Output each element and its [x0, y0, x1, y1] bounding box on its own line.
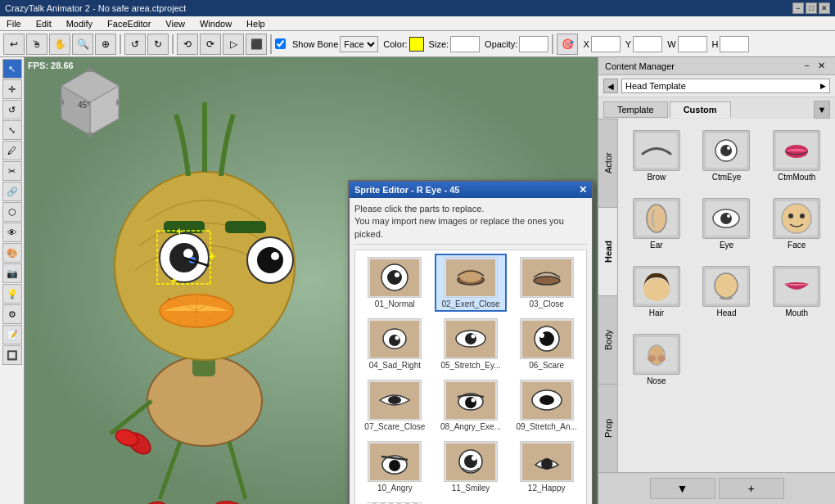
toolbar-btn-4[interactable]: 🔍 [72, 34, 93, 55]
sprite-item-01[interactable]: 01_Normal [359, 254, 431, 312]
cm-item-head[interactable]: Head [695, 261, 759, 322]
svg-point-47 [534, 277, 560, 285]
sprite-thumb-03 [520, 257, 574, 298]
sprite-item-12[interactable]: 12_Happy [510, 438, 583, 496]
tool-select[interactable]: ↖ [2, 59, 22, 79]
tool-scale[interactable]: ⤡ [2, 120, 22, 140]
color-picker[interactable] [409, 37, 424, 52]
sprite-item-09[interactable]: 09_Stretch_An... [510, 376, 583, 434]
tab-custom[interactable]: Custom [670, 101, 731, 118]
menu-modify[interactable]: Modify [63, 19, 96, 29]
cm-item-hair[interactable]: Hair [625, 261, 688, 322]
vtab-prop[interactable]: Prop [598, 384, 617, 472]
cm-item-ear[interactable]: Ear [625, 193, 688, 254]
showbone-label: Show Bone [292, 39, 338, 49]
toolbar-btn-3[interactable]: ✋ [49, 34, 70, 55]
menu-help[interactable]: Help [243, 19, 269, 29]
cm-vtabs: Actor Head Body Prop [598, 119, 618, 472]
toolbar-btn-7[interactable]: ↻ [147, 34, 169, 55]
cm-item-mouth[interactable]: Mouth [765, 261, 828, 322]
toolbar-btn-6[interactable]: ↺ [124, 34, 146, 55]
toolbar-btn-5[interactable]: ⊕ [95, 34, 116, 55]
cm-label-hair: Hair [649, 308, 664, 317]
sprite-item-06[interactable]: 06_Scare [510, 315, 583, 373]
tool-11[interactable]: 📷 [2, 263, 22, 283]
separator-4 [552, 34, 553, 54]
menu-view[interactable]: View [162, 19, 188, 29]
toolbar-btn-10[interactable]: ▷ [223, 34, 244, 55]
tool-15[interactable]: 🔲 [2, 345, 22, 365]
toolbar-mode-btn[interactable]: 🎯 [557, 34, 578, 55]
tab-template[interactable]: Template [603, 101, 668, 118]
sprite-item-07[interactable]: 07_Scare_Close [359, 376, 431, 434]
sprite-label-01: 01_Normal [375, 299, 415, 308]
cm-download-btn[interactable]: ▼ [650, 478, 715, 499]
toolbar-btn-8[interactable]: ⟲ [177, 34, 198, 55]
sprite-editor-close[interactable]: ✕ [579, 184, 587, 196]
tool-14[interactable]: 📝 [2, 325, 22, 344]
maximize-button[interactable]: □ [806, 2, 817, 14]
navigation-cube[interactable]: 45° [57, 65, 123, 139]
toolbar-btn-1[interactable]: ↩ [3, 34, 25, 55]
menu-file[interactable]: File [3, 19, 25, 29]
vtab-head[interactable]: Head [598, 207, 617, 295]
sprite-item-13[interactable] [359, 499, 431, 504]
svg-rect-78 [636, 133, 677, 168]
menu-faceeditor[interactable]: FaceEditor [104, 19, 154, 29]
tool-9[interactable]: 👁 [2, 223, 22, 242]
y-input[interactable]: 96.9 [633, 36, 662, 52]
tool-13[interactable]: ⚙ [2, 304, 22, 324]
sprite-item-08[interactable]: 08_Angry_Exe... [435, 376, 508, 434]
cm-add-btn[interactable]: + [719, 478, 784, 499]
cm-item-ctmeye[interactable]: CtmEye [695, 125, 759, 187]
title-bar: CrazyTalk Animator 2 - No safe area.ctpr… [0, 0, 835, 16]
tool-6[interactable]: ✂ [2, 161, 22, 181]
cm-minimize-btn[interactable]: − [801, 61, 813, 71]
tool-12[interactable]: 💡 [2, 284, 22, 304]
face-select[interactable]: Face [340, 36, 378, 52]
sprite-item-02[interactable]: 02_Exert_Close [435, 254, 508, 312]
cm-item-ctmmouth[interactable]: CtmMouth [765, 125, 828, 187]
cm-thumb-head [702, 266, 750, 307]
tool-10[interactable]: 🎨 [2, 243, 22, 263]
tool-move[interactable]: ✛ [2, 79, 22, 99]
showbone-checkbox[interactable] [275, 38, 286, 49]
tool-8[interactable]: ⬡ [2, 202, 22, 222]
toolbar-btn-9[interactable]: ⟳ [200, 34, 221, 55]
cm-item-face[interactable]: Face [765, 193, 828, 254]
tool-7[interactable]: 🔗 [2, 182, 22, 201]
cm-back-btn[interactable]: ◀ [603, 79, 618, 93]
tool-5[interactable]: 🖊 [2, 141, 22, 160]
toolbar-btn-11[interactable]: ⬛ [246, 34, 267, 55]
sprite-item-03[interactable]: 03_Close [510, 254, 583, 312]
vtab-body[interactable]: Body [598, 295, 617, 384]
sprite-item-04[interactable]: 04_Sad_Right [359, 315, 431, 373]
x-input[interactable]: -2.3 [591, 36, 621, 52]
tool-rotate[interactable]: ↺ [2, 100, 22, 119]
sprite-item-05[interactable]: 05_Stretch_Ey... [435, 315, 508, 373]
cm-close-btn[interactable]: ✕ [815, 61, 828, 71]
sprite-item-10[interactable]: 10_Angry [359, 438, 431, 496]
menu-edit[interactable]: Edit [33, 19, 55, 29]
svg-point-96 [643, 278, 670, 301]
cm-item-brow[interactable]: Brow [625, 125, 688, 187]
vtab-actor[interactable]: Actor [598, 119, 617, 207]
opacity-input[interactable]: 100 [519, 36, 548, 52]
menu-window[interactable]: Window [196, 19, 235, 29]
svg-text:+: + [170, 274, 177, 287]
size-input[interactable]: 30 [450, 36, 480, 52]
h-input[interactable]: 0.0 [720, 36, 749, 52]
cm-item-eye[interactable]: Eye [695, 193, 759, 254]
canvas-area[interactable]: + + + [25, 57, 598, 504]
w-input[interactable]: 0.0 [678, 36, 707, 52]
cm-content: Brow CtmEye [618, 119, 835, 472]
close-button[interactable]: ✕ [819, 2, 830, 14]
cm-item-nose[interactable]: Nose [625, 329, 688, 390]
sprite-editor-content: Please click the parts to replace. You m… [350, 198, 592, 504]
cm-tab-dropdown[interactable]: ▼ [814, 101, 830, 119]
minimize-button[interactable]: − [792, 2, 804, 14]
sprite-item-11[interactable]: 11_Smiley [435, 438, 508, 496]
svg-point-42 [395, 272, 399, 277]
toolbar-btn-2[interactable]: 🖱 [26, 34, 47, 55]
cm-nav: ◀ Head Template ▶ [598, 75, 835, 97]
